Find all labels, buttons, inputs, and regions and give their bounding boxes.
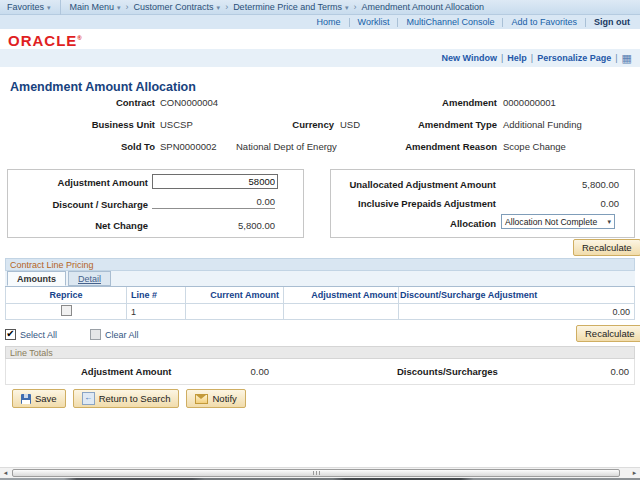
oracle-logo: ORACLE® (8, 32, 83, 49)
scrollbar-thumb[interactable] (12, 469, 620, 477)
chevron-down-icon: ▾ (117, 4, 121, 11)
link-pipe: | (501, 53, 503, 63)
line-totals-section: Line Totals Adjustment Amount 0.00 Disco… (5, 346, 635, 385)
recalculate-button-bottom[interactable]: Recalculate (576, 325, 640, 342)
tab-detail[interactable]: Detail (68, 271, 111, 286)
breadcrumb-customer-contracts[interactable]: Customer Contracts ▾ (134, 2, 221, 12)
scrollbar-grip (313, 471, 320, 475)
chevron-down-icon: ▾ (345, 4, 349, 11)
logo-band: ORACLE® (0, 29, 640, 49)
breadcrumb-current-page: Amendment Amount Allocation (362, 2, 485, 12)
adjustment-amount-label: Adjustment Amount (8, 177, 148, 188)
allocation-dropdown-value: Allocation Not Complete (505, 217, 597, 227)
breadcrumb-divider (60, 0, 61, 15)
totals-discounts-value: 0.00 (566, 366, 629, 377)
clear-all-link[interactable]: Clear All (90, 329, 139, 340)
discount-surcharge-label: Discount / Surcharge (8, 199, 148, 210)
allocation-group-box: Unallocated Adjustment Amount 5,800.00 I… (330, 169, 635, 238)
totals-adjustment-value: 0.00 (206, 366, 269, 377)
reprice-checkbox[interactable] (61, 305, 72, 316)
personalize-page-link[interactable]: Personalize Page (537, 53, 611, 63)
link-divider (585, 18, 586, 27)
return-to-search-label: Return to Search (99, 393, 171, 404)
allocation-dropdown[interactable]: Allocation Not Complete ▾ (501, 214, 615, 229)
line-totals-row: Adjustment Amount 0.00 Discounts/Surchar… (5, 359, 635, 385)
scroll-right-arrow[interactable]: ▸ (629, 468, 640, 478)
grid-tabs: Amounts Detail (5, 271, 635, 287)
breadcrumb-determine-price[interactable]: Determine Price and Terms ▾ (233, 2, 348, 12)
business-unit-value: USCSP (160, 119, 193, 130)
unchecked-checkbox-icon (90, 329, 101, 340)
tab-amounts[interactable]: Amounts (7, 271, 66, 286)
unallocated-adjustment-label: Unallocated Adjustment Amount (331, 179, 496, 190)
utility-bar: New Window | Help | Personalize Page | ▦ (0, 49, 640, 67)
link-divider (349, 18, 350, 27)
pricing-table-header-row: Reprice Line # Current Amount Adjustment… (6, 287, 635, 304)
chevron-down-icon: ▾ (607, 218, 611, 226)
main-menu[interactable]: Main Menu ▾ (70, 2, 121, 12)
page-title: Amendment Amount Allocation (10, 80, 196, 94)
recalculate-button-top[interactable]: Recalculate (573, 239, 640, 256)
main-menu-label: Main Menu (70, 2, 115, 12)
sign-out-link[interactable]: Sign out (594, 17, 630, 27)
multichannel-console-link[interactable]: MultiChannel Console (406, 17, 494, 27)
link-divider (397, 18, 398, 27)
contract-label: Contract (0, 97, 155, 108)
sold-to-value: SPN0000002 (160, 141, 217, 152)
currency-label: Currency (240, 119, 334, 130)
col-header-discount-adjustment: Discount/Surcharge Adjustment (399, 287, 635, 304)
inclusive-prepaids-label: Inclusive Prepaids Adjustment (331, 198, 496, 209)
breadcrumb-separator-icon: › (126, 2, 129, 12)
worklist-link[interactable]: Worklist (358, 17, 390, 27)
business-unit-label: Business Unit (0, 119, 155, 130)
col-header-reprice: Reprice (6, 287, 127, 304)
adjustment-group-box: Adjustment Amount Discount / Surcharge 0… (7, 169, 304, 238)
save-icon (21, 394, 31, 404)
chevron-down-icon: ▾ (47, 4, 51, 11)
amendment-type-value: Additional Funding (503, 119, 582, 130)
crumb-label: Determine Price and Terms (233, 2, 342, 12)
amendment-type-label: Amendment Type (330, 119, 497, 130)
horizontal-scrollbar[interactable]: ◂ ▸ (0, 467, 640, 478)
save-button[interactable]: Save (12, 389, 66, 408)
header-links-bar: Home Worklist MultiChannel Console Add t… (0, 15, 640, 29)
crumb-label: Customer Contracts (134, 2, 214, 12)
col-header-adjustment-amount: Adjustment Amount (284, 287, 399, 304)
chevron-down-icon: ▾ (217, 4, 221, 11)
new-window-link[interactable]: New Window (442, 53, 497, 63)
home-link[interactable]: Home (317, 17, 341, 27)
amendment-label: Amendment (330, 97, 497, 108)
registered-mark: ® (77, 35, 82, 41)
link-pipe: | (531, 53, 533, 63)
personalize-layout-icon[interactable]: ▦ (622, 53, 632, 64)
adjustment-amount-input[interactable] (152, 174, 278, 189)
return-to-search-icon: ← (82, 392, 95, 405)
sold-to-label: Sold To (0, 141, 155, 152)
amendment-value: 0000000001 (503, 97, 556, 108)
add-to-favorites-link[interactable]: Add to Favorites (511, 17, 577, 27)
discount-surcharge-value: 0.00 (152, 196, 275, 209)
sold-to-name: National Dept of Energy (236, 141, 337, 152)
amendment-reason-value: Scope Change (503, 141, 566, 152)
breadcrumb: Favorites ▾ Main Menu ▾ › Customer Contr… (0, 0, 640, 15)
peoplesoft-window: Favorites ▾ Main Menu ▾ › Customer Contr… (0, 0, 640, 480)
unallocated-adjustment-value: 5,800.00 (501, 179, 619, 190)
current-amount-cell (186, 304, 284, 320)
crumb-label: Amendment Amount Allocation (362, 2, 485, 12)
favorites-label: Favorites (7, 2, 44, 12)
help-link[interactable]: Help (507, 53, 527, 63)
return-to-search-button[interactable]: ← Return to Search (73, 389, 180, 408)
contract-value: CON0000004 (160, 97, 218, 108)
link-pipe: | (615, 53, 617, 63)
pricing-table: Reprice Line # Current Amount Adjustment… (5, 287, 635, 320)
inclusive-prepaids-value: 0.00 (501, 198, 619, 209)
scroll-left-arrow[interactable]: ◂ (0, 468, 11, 478)
notify-button[interactable]: Notify (186, 389, 245, 408)
contract-line-pricing-section: Contract Line Pricing Amounts Detail Rep… (5, 258, 635, 320)
favorites-menu[interactable]: Favorites ▾ (7, 2, 51, 12)
amendment-reason-label: Amendment Reason (330, 141, 497, 152)
adjustment-amount-cell (284, 304, 399, 320)
action-toolbar: Save ← Return to Search Notify (12, 389, 246, 408)
select-all-link[interactable]: ✔ Select All (5, 329, 57, 340)
col-header-line: Line # (127, 287, 186, 304)
